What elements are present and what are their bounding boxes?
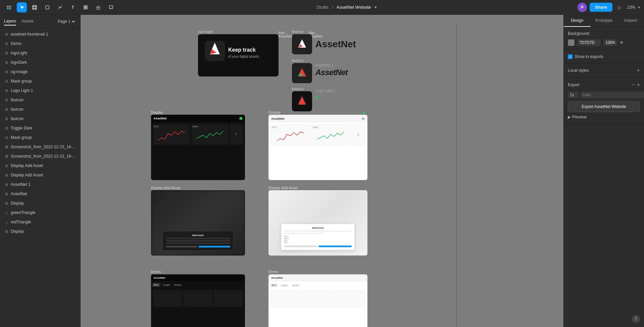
layer-item-favicon-2[interactable]: ⊞ favicon (0, 105, 80, 114)
frame-icon: ⊞ (4, 117, 9, 121)
layer-item-display-2[interactable]: ⊞ Display (0, 227, 80, 236)
present-button[interactable]: ▷ (615, 3, 625, 12)
layer-list: ⊞ assetnet-thumbnail 1 ⊞ Demo ⊞ logoLigh… (0, 28, 80, 327)
page-selector[interactable]: Page 1 (56, 19, 76, 24)
layer-name: og-image (11, 69, 78, 74)
frame-icon: ⊞ (4, 126, 9, 130)
layer-name: AssetNet 1 (11, 182, 78, 187)
zoom-dropdown-arrow[interactable]: ▾ (638, 5, 640, 10)
logo-light-label: favicon (292, 87, 304, 91)
breadcrumb-separator: / (332, 5, 333, 10)
svg-rect-3 (9, 8, 11, 9)
layer-item-display-add-asset-1[interactable]: ⊞ Display Add Asset (0, 161, 80, 170)
og-image-frame[interactable]: Keep track of your digital assets. (198, 34, 279, 76)
display-add-asset-frame-light[interactable]: Add Asset BTC AAPL ETC AAL... (268, 190, 367, 256)
right-panel-tabs: Design Prototype Inspect (564, 15, 644, 27)
tab-design[interactable]: Design (564, 15, 591, 27)
tab-inspect[interactable]: Inspect (617, 15, 644, 27)
background-section-header: Background (568, 31, 640, 36)
show-in-exports-section: ✓ Show in exports (564, 50, 644, 63)
demo-frame-dark[interactable]: AssetNet BTC Crypto Stocks (151, 274, 245, 327)
layer-item-assetnet-thumbnail[interactable]: ⊞ assetnet-thumbnail 1 (0, 30, 80, 39)
layer-item-screenshot-2[interactable]: 🖼 Screenshot_from_2022-12-15_16-... (0, 152, 80, 161)
svg-rect-0 (7, 6, 9, 7)
layer-item-og-image[interactable]: ⊞ og-image (0, 67, 80, 76)
hand-tool-button[interactable] (93, 2, 103, 12)
share-button[interactable]: Share (590, 3, 612, 12)
local-styles-section: Local styles + (564, 63, 644, 78)
comment-tool-button[interactable] (106, 2, 116, 12)
favicon-frame-2[interactable] (292, 63, 312, 83)
layer-item-assetnet[interactable]: ⊞ AssetNet (0, 189, 80, 199)
shape-tool-button[interactable] (42, 2, 52, 12)
preview-expand-icon[interactable]: ▶ (568, 115, 571, 119)
show-in-exports-label: Show in exports (575, 54, 603, 59)
layer-item-screenshot-1[interactable]: 🖼 Screenshot_from_2022-12-15_16-... (0, 142, 80, 152)
frame-tool-button[interactable] (30, 2, 40, 12)
display-frame-dark[interactable]: AssetNet BTC AAPL (151, 115, 245, 180)
pen-tool-button[interactable] (55, 2, 65, 12)
add-local-style-button[interactable]: + (637, 67, 640, 73)
layer-item-demo[interactable]: ⊞ Demo (0, 39, 80, 48)
favicon-frame-3[interactable] (292, 91, 312, 111)
layer-item-logodark[interactable]: ⊞ logoDark (0, 58, 80, 67)
breadcrumb-current[interactable]: AssetNet Website (337, 5, 371, 10)
tab-layers[interactable]: Layers (4, 17, 16, 25)
background-hex-input[interactable] (577, 39, 601, 46)
background-opacity-input[interactable] (603, 39, 617, 46)
layer-name: assetnet-thumbnail 1 (11, 32, 78, 37)
export-section: Export − + Suffix PNG JPG SVG PDF (564, 78, 644, 124)
layer-item-logolight[interactable]: ⊞ logoLight (0, 48, 80, 58)
layer-name: redTriangle (11, 220, 78, 224)
text-tool-button[interactable]: T (68, 2, 78, 12)
triangle-icon: △ (4, 211, 9, 215)
show-in-exports-checkbox[interactable]: ✓ (568, 54, 573, 59)
favicon-frame-1[interactable] (292, 34, 312, 54)
layer-item-red-triangle[interactable]: △ redTriangle (0, 217, 80, 227)
layer-item-assetnet-1[interactable]: ⊞ AssetNet 1 (0, 180, 80, 189)
display-label-1: Display (151, 110, 163, 114)
export-scale-input[interactable] (568, 92, 579, 98)
layer-name: Mask group (11, 79, 78, 84)
tab-assets[interactable]: Assets (21, 17, 34, 25)
layer-name: favicon (11, 116, 78, 121)
layer-item-mask-group-1[interactable]: ⊟ Mask group (0, 76, 80, 86)
layer-item-mask-group-2[interactable]: ⊟ Mask group (0, 133, 80, 142)
frame-icon: ⊞ (4, 32, 9, 37)
background-visibility-toggle[interactable]: 👁 (620, 40, 624, 45)
layer-item-favicon-3[interactable]: ⊞ favicon (0, 114, 80, 123)
assetnet-1-label: AssetNet 1 AssetNet (315, 58, 348, 82)
layer-item-logo-light-1[interactable]: ⊞ Logo Light 1 (0, 86, 80, 95)
remove-export-button[interactable]: − (632, 82, 635, 88)
zoom-level[interactable]: 23% (627, 5, 635, 10)
export-button[interactable]: Export AssetNet Website (568, 101, 640, 112)
frame-icon: ⊞ (4, 229, 9, 234)
layer-item-favicon-1[interactable]: ⊞ favicon (0, 95, 80, 105)
svg-text:of your digital assets.: of your digital assets. (228, 55, 260, 58)
breadcrumb-parent[interactable]: Drafts (317, 5, 329, 10)
layer-item-green-triangle[interactable]: △ greenTriangle (0, 208, 80, 217)
main-menu-button[interactable] (4, 2, 14, 12)
select-tool-button[interactable] (17, 2, 27, 12)
user-avatar-button[interactable]: P (578, 3, 587, 12)
display-add-asset-frame-dark[interactable]: Add Asset (151, 190, 245, 256)
canvas-area[interactable]: logo...AssetNet logo...AssetNet og-image… (81, 15, 563, 327)
add-export-button[interactable]: + (637, 82, 640, 88)
toolbar-left: T (4, 2, 116, 12)
layer-item-display-1[interactable]: ⊞ Display (0, 199, 80, 208)
breadcrumb-dropdown-arrow[interactable]: ▾ (375, 5, 377, 10)
display-frame-light[interactable]: AssetNet BTC AAPL (268, 115, 367, 180)
layer-item-display-add-asset-2[interactable]: ⊞ Display Add Asset (0, 170, 80, 180)
layer-name: Display (11, 229, 78, 234)
favicon-label-2: favicon (292, 58, 304, 62)
frame-icon: ⊞ (4, 70, 9, 74)
help-button[interactable]: ? (632, 315, 640, 323)
background-color-swatch[interactable] (568, 39, 575, 46)
layer-item-toggle-dark[interactable]: ⊞ Toggle Dark (0, 123, 80, 133)
demo-frame-light[interactable]: AssetNet BTC Crypto Stocks (268, 274, 367, 327)
layer-name: logoDark (11, 60, 78, 65)
tab-prototype[interactable]: Prototype (591, 15, 617, 27)
export-suffix-input[interactable] (581, 92, 644, 98)
component-tool-button[interactable] (81, 2, 91, 12)
export-settings-row: Suffix PNG JPG SVG PDF ··· (568, 91, 640, 99)
